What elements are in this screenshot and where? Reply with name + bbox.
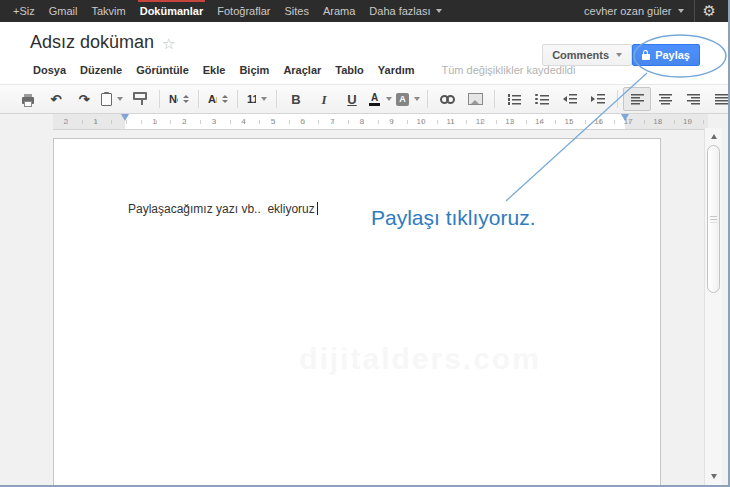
- document-header: Adsız doküman ☆ DosyaDüzenleGörüntüleEkl…: [0, 22, 728, 84]
- topbar-item-label: Takvim: [91, 0, 125, 22]
- insert-image-button[interactable]: [461, 87, 489, 111]
- vertical-scrollbar[interactable]: [704, 128, 722, 485]
- menu-file[interactable]: Dosya: [30, 62, 69, 78]
- ruler-number: 2: [182, 117, 186, 126]
- document-text-line[interactable]: Paylaşacağımız yazı vb.. ekliyoruz: [128, 202, 318, 216]
- left-margin-marker[interactable]: [121, 114, 129, 121]
- image-icon: [468, 93, 483, 105]
- topbar-item-search[interactable]: Arama: [316, 0, 362, 22]
- comments-button[interactable]: Comments: [542, 44, 632, 66]
- toolbar-separator: [198, 90, 199, 108]
- text-cursor: [317, 202, 318, 215]
- account-menu[interactable]: cevher ozan güler: [576, 5, 691, 17]
- topbar-item-sites[interactable]: Sites: [277, 0, 315, 22]
- topbar-item-documents[interactable]: Dokümanlar: [133, 0, 211, 22]
- ruler-ticks: [53, 120, 708, 124]
- font-select[interactable]: Arial: [204, 87, 232, 111]
- paint-roller-icon: [133, 92, 147, 100]
- scroll-up-button[interactable]: [705, 130, 722, 142]
- topbar-item-label: Dokümanlar: [140, 0, 204, 22]
- topbar-item-more[interactable]: Daha fazlası: [362, 0, 448, 22]
- underline-button[interactable]: U: [338, 87, 366, 111]
- scrollbar-thumb[interactable]: [707, 145, 720, 293]
- account-name: cevher ozan güler: [584, 5, 671, 17]
- google-bar: +SizGmailTakvimDokümanlarFotoğraflarSite…: [0, 0, 728, 22]
- link-icon: [440, 95, 455, 104]
- insert-link-button[interactable]: [433, 87, 461, 111]
- document-title[interactable]: Adsız doküman ☆: [30, 32, 176, 53]
- topbar-item-label: Fotoğraflar: [217, 0, 270, 22]
- menu-view[interactable]: Görüntüle: [133, 62, 192, 78]
- toolbar-separator: [159, 90, 160, 108]
- scroll-down-button[interactable]: [705, 470, 722, 482]
- ruler-number: 17: [624, 117, 633, 126]
- menu-help[interactable]: Yardım: [375, 62, 418, 78]
- italic-button[interactable]: I: [310, 87, 338, 111]
- star-icon[interactable]: ☆: [162, 35, 175, 53]
- web-clipboard-button[interactable]: [98, 87, 126, 111]
- spinner-icon: [222, 95, 228, 103]
- menu-table[interactable]: Tablo: [332, 62, 367, 78]
- align-left-button[interactable]: [623, 87, 651, 111]
- google-bar-right: cevher ozan güler ⚙: [576, 0, 722, 22]
- document-page[interactable]: dijitalders.com: [53, 138, 661, 487]
- toolbar-separator: [427, 90, 428, 108]
- document-text: Paylaşacağımız yazı vb.. ekliyoruz: [128, 202, 315, 216]
- watermark: dijitalders.com: [299, 342, 541, 376]
- document-area: dijitalders.com Paylaşacağımız yazı vb..…: [0, 130, 728, 485]
- align-justify-button[interactable]: [707, 87, 730, 111]
- ruler-number: 8: [360, 117, 364, 126]
- ruler-number: 16: [594, 117, 603, 126]
- undo-button[interactable]: ↶: [42, 87, 70, 111]
- decrease-indent-button[interactable]: [556, 87, 584, 111]
- topbar-item-photos[interactable]: Fotoğraflar: [210, 0, 277, 22]
- ruler-number: 1: [93, 117, 97, 126]
- chevron-down-icon: [386, 97, 392, 101]
- triangle-up-icon: [711, 134, 717, 139]
- ruler-number: 18: [653, 117, 662, 126]
- ruler-number: 5: [271, 117, 275, 126]
- ruler-number: 13: [505, 117, 514, 126]
- indent-increase-icon: [591, 94, 605, 105]
- redo-button[interactable]: ↷: [70, 87, 98, 111]
- indent-decrease-icon: [563, 94, 577, 105]
- google-docs-window: +SizGmailTakvimDokümanlarFotoğraflarSite…: [0, 0, 730, 487]
- styles-select[interactable]: Normal me...: [165, 87, 193, 111]
- align-left-icon: [631, 94, 644, 105]
- menu-edit[interactable]: Düzenle: [77, 62, 125, 78]
- increase-indent-button[interactable]: [584, 87, 612, 111]
- font-size-select[interactable]: 11: [243, 87, 271, 111]
- print-button[interactable]: [14, 87, 42, 111]
- gear-icon[interactable]: ⚙: [697, 0, 722, 22]
- chevron-down-icon: [678, 9, 684, 13]
- bold-button[interactable]: B: [282, 87, 310, 111]
- paint-format-button[interactable]: [126, 87, 154, 111]
- align-justify-icon: [715, 94, 728, 105]
- chevron-down-icon: [616, 53, 622, 57]
- topbar-item-calendar[interactable]: Takvim: [84, 0, 132, 22]
- ruler-number: 6: [300, 117, 304, 126]
- topbar-item-label: Arama: [323, 0, 355, 22]
- menu-format[interactable]: Biçim: [236, 62, 272, 78]
- comments-button-label: Comments: [552, 49, 609, 61]
- text-color-button[interactable]: [366, 87, 394, 111]
- menu-insert[interactable]: Ekle: [200, 62, 229, 78]
- align-right-button[interactable]: [679, 87, 707, 111]
- numbered-list-button[interactable]: [500, 87, 528, 111]
- lock-icon: [642, 54, 650, 60]
- topbar-item-plus-you[interactable]: +Siz: [6, 0, 42, 22]
- topbar-item-gmail[interactable]: Gmail: [42, 0, 85, 22]
- toolbar-separator: [237, 90, 238, 108]
- align-center-button[interactable]: [651, 87, 679, 111]
- share-button[interactable]: Paylaş: [632, 44, 700, 66]
- triangle-down-icon: [711, 474, 717, 479]
- ruler-number: 11: [446, 117, 454, 126]
- highlight-color-button[interactable]: [394, 87, 422, 111]
- ruler-number: 9: [389, 117, 393, 126]
- chevron-down-icon: [261, 97, 267, 101]
- bulleted-list-button[interactable]: [528, 87, 556, 111]
- align-center-icon: [659, 94, 672, 105]
- spinner-icon: [183, 95, 189, 103]
- menu-tools[interactable]: Araçlar: [280, 62, 324, 78]
- ruler-number: 3: [212, 117, 216, 126]
